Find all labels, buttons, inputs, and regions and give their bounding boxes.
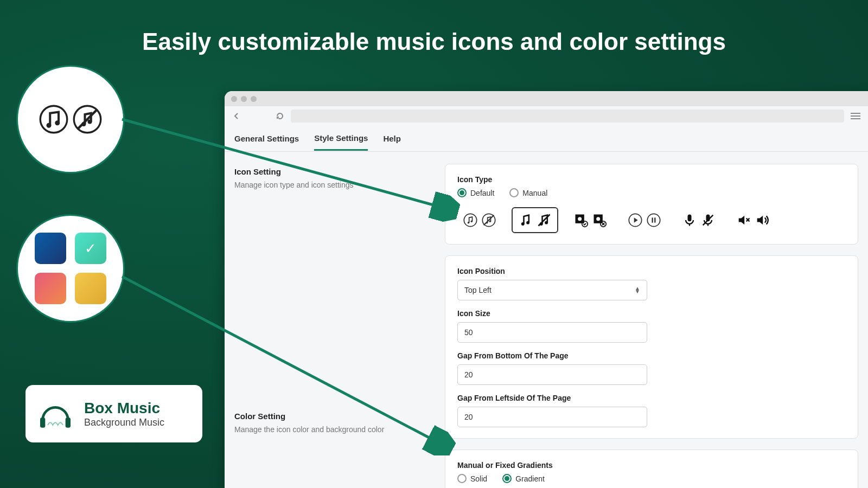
album-x-icon [592,213,607,228]
svg-point-2 [55,120,60,125]
music-circle-off-icon [481,213,496,228]
svg-point-0 [40,106,67,133]
icon-option-3[interactable] [568,208,612,232]
svg-point-19 [545,221,548,224]
radio-solid-label: Solid [470,474,487,483]
headphone-logo-icon [36,395,74,433]
radio-dot-icon [509,188,519,197]
back-icon[interactable] [232,112,241,120]
music-circle-icon [463,213,478,228]
icon-option-2-selected[interactable] [512,207,558,233]
radio-manual[interactable]: Manual [509,188,547,197]
mic-icon [682,213,697,228]
icon-type-card: Icon Type Default Manual [445,164,858,245]
brand-subtitle: Background Music [84,417,164,428]
gap-bottom-input[interactable] [457,364,647,385]
radio-dot-icon [502,474,512,483]
svg-line-6 [78,110,97,129]
swatch-pink [35,273,66,304]
maximize-dot[interactable] [251,96,257,102]
svg-point-10 [468,222,470,224]
speaker-mute-icon [736,213,751,228]
tab-help[interactable]: Help [383,127,401,150]
icon-position-value: Top Left [464,286,492,294]
svg-point-5 [87,119,92,124]
svg-point-17 [526,221,529,224]
hero-title: Easily customizable music icons and colo… [142,28,726,55]
minimize-dot[interactable] [241,96,247,102]
app-tabs: General Settings Style Settings Help [225,126,868,152]
gap-left-label: Gap From Leftside Of The Page [457,394,846,402]
svg-rect-7 [40,418,45,428]
speaker-on-icon [755,213,770,228]
icon-position-card: Icon Position Top Left ▲▼ Icon Size Gap … [445,255,858,439]
radio-dot-icon [457,188,467,197]
icon-size-input[interactable] [457,322,647,343]
swatch-teal-selected [75,233,106,264]
svg-point-11 [471,221,473,223]
album-check-icon [573,213,589,228]
svg-line-15 [484,215,494,226]
swatch-blue [35,233,66,264]
svg-rect-31 [688,215,692,222]
gradient-preview-bubble [16,214,125,323]
note-off-icon [537,213,552,228]
svg-rect-29 [652,217,653,222]
svg-point-25 [596,217,600,221]
select-arrows-icon: ▲▼ [635,287,640,293]
close-dot[interactable] [231,96,237,102]
icon-position-label: Icon Position [457,267,846,275]
radio-gradient[interactable]: Gradient [502,474,545,483]
tab-general-settings[interactable]: General Settings [234,127,299,150]
radio-manual-label: Manual [522,189,547,197]
svg-point-14 [489,221,492,223]
swatch-gold [75,273,106,304]
menu-icon[interactable] [851,113,860,119]
color-setting-title: Color Setting [234,412,435,421]
svg-point-9 [464,214,476,226]
color-setting-desc: Manage the icon color and background col… [234,425,435,434]
radio-default-label: Default [470,189,494,197]
music-off-icon [73,105,102,134]
window-controls [225,91,868,106]
svg-point-28 [647,214,660,226]
gap-bottom-label: Gap From Bottom Of The Page [457,351,846,360]
icon-type-label: Icon Type [457,175,846,184]
icon-option-5[interactable] [676,208,721,232]
brand-card: Box Music Background Music [25,385,202,442]
icon-setting-desc: Manage icon type and icon settings [234,181,435,189]
icon-position-select[interactable]: Top Left ▲▼ [457,280,647,300]
icon-option-4[interactable] [622,208,667,232]
svg-point-1 [47,123,52,128]
gap-left-input[interactable] [457,407,647,427]
mic-off-icon [700,213,716,228]
address-bar-row [225,106,868,126]
icon-size-label: Icon Size [457,309,846,318]
icon-option-1[interactable] [457,208,502,232]
radio-default[interactable]: Default [457,188,494,197]
tab-style-settings[interactable]: Style Settings [314,127,368,151]
music-on-icon [39,105,68,134]
icon-preview-bubble [16,65,125,174]
radio-gradient-label: Gradient [515,474,545,483]
radio-solid[interactable]: Solid [457,474,487,483]
gradient-card: Manual or Fixed Gradients Solid Gradient [445,450,858,488]
icon-option-6[interactable] [731,208,775,232]
svg-point-22 [578,217,582,221]
note-icon [518,213,533,228]
brand-name: Box Music [84,400,164,417]
play-circle-icon [628,213,643,228]
gradient-label: Manual or Fixed Gradients [457,461,846,470]
svg-rect-8 [66,418,71,428]
radio-dot-icon [457,474,467,483]
reload-icon[interactable] [276,112,284,120]
icon-setting-title: Icon Setting [234,167,435,176]
svg-rect-30 [654,217,655,222]
browser-window: General Settings Style Settings Help Ico… [225,91,868,488]
svg-point-16 [521,222,525,226]
address-bar[interactable] [291,110,844,123]
pause-circle-icon [646,213,661,228]
